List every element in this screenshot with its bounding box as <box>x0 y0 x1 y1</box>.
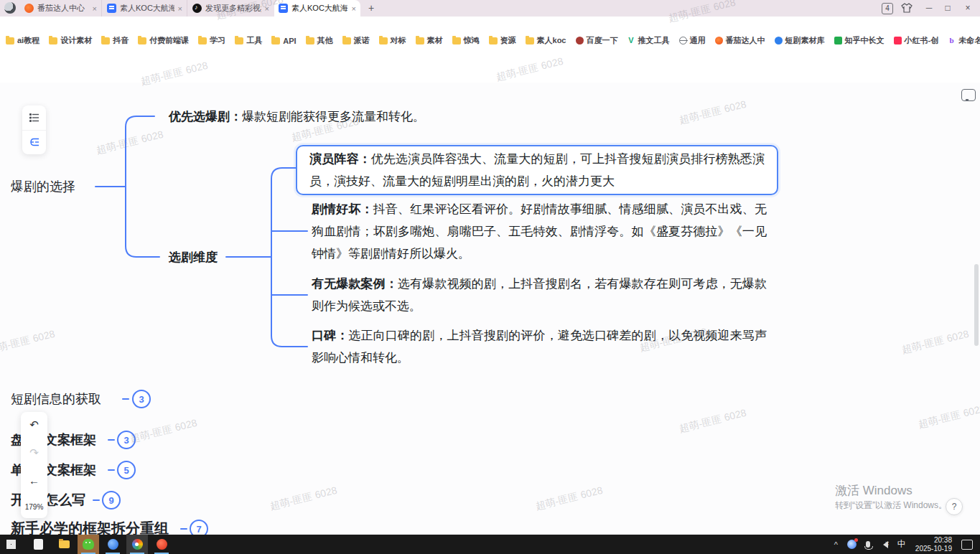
taskbar-notepad[interactable] <box>27 535 49 554</box>
badge-connector <box>122 398 129 400</box>
mindmap-node-episode-framework[interactable]: 文案框架 <box>45 461 96 479</box>
folder-icon <box>49 37 57 44</box>
taskbar-wechat[interactable] <box>78 535 99 554</box>
view-switcher-panel <box>22 105 46 154</box>
folder-icon <box>526 37 534 44</box>
tab-fanqie-center[interactable]: 番茄达人中心 × <box>20 0 102 17</box>
canvas-toolbar: ↶ ↷ ← 179% <box>21 412 47 518</box>
mindmap-node-hit-cases[interactable]: 有无爆款案例：选有爆款视频的剧，上抖音搜剧名，若有爆款存在则可考虑，无爆款则作为… <box>312 273 767 317</box>
bookmark-folder[interactable]: 惊鸿 <box>452 35 480 46</box>
bookmark-baidu[interactable]: 百度一下 <box>576 35 618 46</box>
locate-back-icon[interactable]: ← <box>29 475 39 486</box>
new-tab-button[interactable]: + <box>365 1 378 14</box>
tab-douyin-search[interactable]: 发现更多精彩视频 - 抖音搜索 × <box>188 0 274 17</box>
bookmark-zhihu[interactable]: 知乎中长文 <box>834 35 885 46</box>
bookmark-folder[interactable]: 资源 <box>489 35 516 46</box>
bookmark-folder[interactable]: 工具 <box>235 35 262 46</box>
collapsed-count-badge[interactable]: 5 <box>117 461 136 479</box>
bookmark-folder[interactable]: 素人koc <box>526 35 566 46</box>
action-center-icon[interactable] <box>961 540 973 550</box>
taskbar-red-app[interactable] <box>151 535 172 554</box>
volume-muted-icon[interactable] <box>879 541 888 548</box>
bookmark-tweet-tool[interactable]: V推文工具 <box>627 35 670 46</box>
bookmark-fanqie[interactable]: 番茄达人中 <box>715 35 765 46</box>
bookmark-folder[interactable]: 派诺 <box>342 35 370 46</box>
help-button[interactable]: ? <box>946 498 963 515</box>
mindmap-view-button[interactable] <box>22 130 46 155</box>
bookmark-duanju[interactable]: 短剧素材库 <box>775 35 825 46</box>
red-app-icon <box>157 539 167 550</box>
collapsed-count-badge[interactable]: 3 <box>117 431 136 449</box>
badge-connector <box>108 469 115 471</box>
folder-icon <box>235 37 243 44</box>
tab-title: 番茄达人中心 <box>37 3 89 14</box>
bookmark-folder[interactable]: API <box>271 37 296 45</box>
taskbar-clock[interactable]: 20:382025-10-19 <box>915 536 952 553</box>
mindmap-node-info-gathering[interactable]: 短剧信息的获取 <box>11 390 101 408</box>
tray-expand-icon[interactable]: ^ <box>834 540 838 549</box>
start-button[interactable] <box>0 535 22 554</box>
bookmark-folder[interactable]: 素材 <box>416 35 443 46</box>
tab-close-icon[interactable]: × <box>265 4 269 13</box>
bookmark-folder[interactable]: 抖音 <box>101 35 129 46</box>
green-square-icon <box>834 37 842 44</box>
mindmap-root-node[interactable]: 爆剧的选择 <box>11 176 75 198</box>
folder-icon <box>59 540 70 548</box>
mindmap-node-framework-recombine[interactable]: 新手必学的框架拆分重组 <box>11 518 169 535</box>
mindmap-node-reputation[interactable]: 口碑：选正向口碑的剧，上抖音搜剧的评价，避免选口碑差的剧，以免视频迎来骂声影响心… <box>312 324 767 369</box>
tab-close-icon[interactable]: × <box>178 4 182 13</box>
mindmap-node-actors-selected[interactable]: 演员阵容：优先选演员阵容强大、流量大的短剧，可上抖音搜短剧演员排行榜熟悉演员，演… <box>296 145 778 195</box>
bookmark-folder[interactable]: 设计素材 <box>49 35 92 46</box>
bookmarks-bar: ai教程 设计素材 抖音 付费前端课 学习 工具 API 其他 派诺 对标 素材… <box>0 33 980 48</box>
redo-icon[interactable]: ↷ <box>29 447 39 458</box>
outline-view-button[interactable] <box>22 105 46 130</box>
vertical-scrollbar[interactable] <box>974 264 979 346</box>
tab-count-badge[interactable]: 4 <box>882 3 893 14</box>
window-close-button[interactable]: × <box>959 0 976 16</box>
mindmap-node-priority[interactable]: 优先选爆剧：爆款短剧能获得更多流量和转化。 <box>169 105 425 128</box>
folder-icon <box>138 37 146 44</box>
taskbar-file-explorer[interactable] <box>53 535 75 554</box>
badge-connector <box>93 499 100 501</box>
bookmark-folder[interactable]: 学习 <box>198 35 225 46</box>
globe-icon <box>679 37 687 44</box>
tab-feishu-course-1[interactable]: 素人KOC大航海计划第二期课 × <box>103 0 187 17</box>
bookmark-folder[interactable]: 对标 <box>379 35 406 46</box>
bookmark-folder[interactable]: 付费前端课 <box>138 35 189 46</box>
taskbar-blue-browser[interactable] <box>102 535 123 554</box>
folder-icon <box>6 37 14 44</box>
badge-connector <box>108 439 115 441</box>
mindmap-node-opening-writing[interactable]: 怎么写 <box>45 490 85 510</box>
collapsed-count-badge[interactable]: 7 <box>190 520 208 535</box>
presentation-mode-icon[interactable] <box>961 89 976 101</box>
bookmark-unnamed[interactable]: b未命名文件 <box>948 35 980 46</box>
window-maximize-button[interactable]: □ <box>939 0 956 16</box>
tab-close-icon[interactable]: × <box>93 4 97 13</box>
tab-close-icon[interactable]: × <box>352 4 356 13</box>
mindmap-canvas[interactable]: 爆剧的选择 优先选爆剧：爆款短剧能获得更多流量和转化。 选剧维度 演员阵容：优先… <box>0 83 980 535</box>
windows-taskbar: ^ 中 20:382025-10-19 <box>0 535 980 554</box>
theme-skin-icon[interactable] <box>901 3 913 13</box>
mindmap-node-plot[interactable]: 剧情好坏：抖音、红果评论区看评价。好剧情故事细腻、情感细腻、演员不出戏、无狗血剧… <box>312 198 767 265</box>
ime-indicator[interactable]: 中 <box>897 538 906 550</box>
browser-profile-avatar[interactable] <box>4 2 16 14</box>
mindmap-node-dimension[interactable]: 选剧维度 <box>169 246 218 268</box>
collapsed-count-badge[interactable]: 3 <box>132 390 151 408</box>
bookmark-folder[interactable]: ai教程 <box>6 35 39 46</box>
tab-feishu-course-active[interactable]: 素人KOC大航海计划第二期课 × <box>274 0 360 17</box>
mindmap-node-roundup-framework[interactable]: 文案框架 <box>45 431 96 449</box>
window-minimize-button[interactable]: ─ <box>920 0 938 16</box>
bookmark-general[interactable]: 通用 <box>679 35 706 46</box>
tray-notification-dot <box>854 538 858 542</box>
feishu-header: ‹ 第三职业技能交付学习中心 › 素人KOC训练营导师-药药 › 素人KOC大航… <box>0 48 980 83</box>
bookmark-folder[interactable]: 其他 <box>306 35 333 46</box>
collapsed-count-badge[interactable]: 9 <box>102 491 121 510</box>
undo-icon[interactable]: ↶ <box>29 419 39 430</box>
microphone-icon[interactable] <box>866 541 870 548</box>
taskbar-color-browser[interactable] <box>126 535 148 554</box>
folder-icon <box>379 37 388 44</box>
tab-title: 素人KOC大航海计划第二期课 <box>120 3 174 14</box>
bookmark-xiaohongshu[interactable]: 小红书-创 <box>894 35 939 46</box>
zoom-level[interactable]: 179% <box>25 503 44 511</box>
tray-browser-icon[interactable] <box>847 540 857 549</box>
